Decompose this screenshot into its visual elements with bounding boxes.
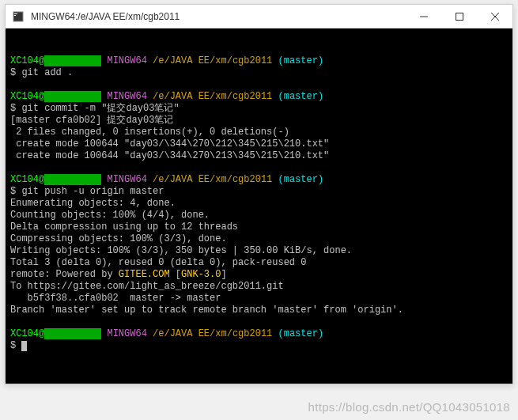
prompt-user: XC104@ xyxy=(10,174,44,185)
output-line: create mode 100644 "day03/\344\270\212\3… xyxy=(10,138,329,149)
prompt-user: XC104@ xyxy=(10,328,44,339)
terminal-content[interactable]: XC104@ MINGW64 /e/JAVA EE/xm/cgb2011 (ma… xyxy=(6,28,512,384)
output-line: create mode 100644 "day03/\344\270\213\3… xyxy=(10,150,329,161)
command-text: git commit -m "提交day03笔记" xyxy=(21,103,179,114)
gnk-text: GNK-3.0 xyxy=(181,269,221,280)
prompt-shell: MINGW64 xyxy=(107,174,146,185)
command-text: git add . xyxy=(21,67,73,78)
output-line: Counting objects: 100% (4/4), done. xyxy=(10,210,210,221)
output-line: Compressing objects: 100% (3/3), done. xyxy=(10,233,227,244)
svg-rect-1 xyxy=(14,13,17,14)
output-line: Delta compression using up to 12 threads xyxy=(10,221,238,233)
prompt-user: XC104@ xyxy=(10,91,44,102)
watermark: https://blog.csdn.net/QQ1043051018 xyxy=(308,400,510,414)
prompt-shell: MINGW64 xyxy=(107,91,146,102)
prompt-path: /e/JAVA EE/xm/cgb2011 xyxy=(153,91,272,102)
output-text: ] xyxy=(221,269,226,280)
prompt-path: /e/JAVA EE/xm/cgb2011 xyxy=(153,328,272,339)
output-line: To https://gitee.com/light_as_breeze/cgb… xyxy=(10,281,284,292)
output-line: remote: Powered by xyxy=(10,269,119,280)
prompt-symbol: $ xyxy=(10,103,16,114)
maximize-button[interactable] xyxy=(441,5,477,28)
terminal-line: XC104@ MINGW64 /e/JAVA EE/xm/cgb2011 (ma… xyxy=(10,44,508,352)
prompt-redacted xyxy=(44,174,101,185)
window-title: MINGW64:/e/JAVA EE/xm/cgb2011 xyxy=(31,11,406,22)
prompt-shell: MINGW64 xyxy=(107,328,146,339)
minimize-button[interactable] xyxy=(406,5,441,28)
prompt-symbol: $ xyxy=(10,340,16,351)
gitee-link: GITEE.COM xyxy=(119,269,170,280)
prompt-branch: (master) xyxy=(278,91,324,102)
output-line: Writing objects: 100% (3/3), 350 bytes |… xyxy=(10,245,352,256)
cursor xyxy=(21,341,27,351)
prompt-branch: (master) xyxy=(278,174,324,185)
output-line: Enumerating objects: 4, done. xyxy=(10,198,176,209)
app-icon xyxy=(12,10,25,23)
output-line: Branch 'master' set up to track remote b… xyxy=(10,305,403,316)
output-line: 2 files changed, 0 insertions(+), 0 dele… xyxy=(10,127,289,138)
output-line: b5f3f38..cfa0b02 master -> master xyxy=(10,293,221,304)
output-line: [master cfa0b02] 提交day03笔记 xyxy=(10,115,173,126)
svg-rect-2 xyxy=(14,15,16,16)
close-button[interactable] xyxy=(477,5,512,28)
prompt-redacted xyxy=(44,55,101,66)
prompt-symbol: $ xyxy=(10,186,16,197)
terminal-window: MINGW64:/e/JAVA EE/xm/cgb2011 XC104@ MIN… xyxy=(5,4,513,384)
prompt-symbol: $ xyxy=(10,67,16,78)
svg-rect-0 xyxy=(13,12,23,21)
prompt-branch: (master) xyxy=(278,328,324,339)
prompt-user: XC104@ xyxy=(10,55,44,66)
prompt-path: /e/JAVA EE/xm/cgb2011 xyxy=(153,55,272,66)
prompt-redacted xyxy=(44,328,101,339)
prompt-path: /e/JAVA EE/xm/cgb2011 xyxy=(153,174,272,185)
prompt-branch: (master) xyxy=(278,55,324,66)
output-text: [ xyxy=(170,269,181,280)
titlebar[interactable]: MINGW64:/e/JAVA EE/xm/cgb2011 xyxy=(6,5,512,28)
prompt-shell: MINGW64 xyxy=(107,55,146,66)
svg-rect-4 xyxy=(456,13,463,20)
command-text: git push -u origin master xyxy=(21,186,164,197)
window-controls xyxy=(406,5,512,28)
prompt-redacted xyxy=(44,91,101,102)
output-line: Total 3 (delta 0), reused 0 (delta 0), p… xyxy=(10,257,306,268)
